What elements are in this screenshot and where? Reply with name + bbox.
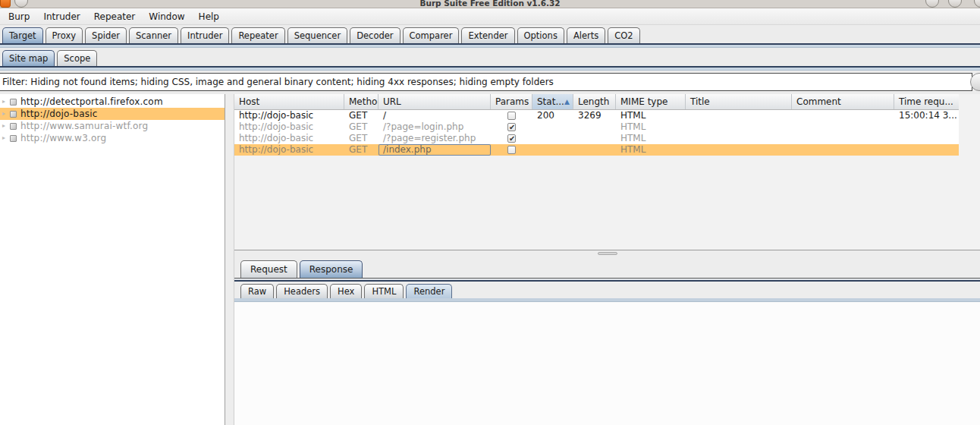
filter-banner[interactable]: Filter: Hiding not found items; hiding C… <box>0 73 972 91</box>
tab-alerts[interactable]: Alerts <box>567 27 605 43</box>
table-row-selected[interactable]: http://dojo-basic GET /index.php HTML <box>234 144 959 156</box>
message-tab-strip: Request Response <box>234 257 980 278</box>
tab-repeater[interactable]: Repeater <box>231 27 284 43</box>
tab-html[interactable]: HTML <box>364 284 404 298</box>
menu-intruder[interactable]: Intruder <box>36 8 86 25</box>
tab-site-map[interactable]: Site map <box>2 50 55 66</box>
col-header-url[interactable]: URL <box>378 94 491 109</box>
col-header-title[interactable]: Title <box>686 94 792 109</box>
site-node-icon <box>10 99 17 105</box>
params-checkbox[interactable] <box>507 134 516 143</box>
tab-co2[interactable]: CO2 <box>608 27 639 43</box>
tab-intruder[interactable]: Intruder <box>181 27 229 43</box>
tab-options[interactable]: Options <box>517 27 564 43</box>
site-node-icon <box>10 111 17 118</box>
site-map-tree: ▸ http://detectportal.firefox.com ▸ http… <box>0 94 225 425</box>
tab-hex[interactable]: Hex <box>330 284 362 298</box>
col-header-method[interactable]: Method <box>344 94 378 109</box>
site-node-icon <box>10 123 17 130</box>
site-node-icon <box>10 135 17 142</box>
params-checkbox[interactable] <box>507 146 516 154</box>
params-checkbox[interactable] <box>507 123 516 131</box>
tab-request[interactable]: Request <box>240 260 297 278</box>
col-header-comment[interactable]: Comment <box>792 94 894 109</box>
tab-comparer[interactable]: Comparer <box>403 27 460 43</box>
target-sub-tab-strip: Site map Scope <box>0 48 980 71</box>
tab-target[interactable]: Target <box>2 27 43 43</box>
params-checkbox[interactable] <box>507 112 516 120</box>
expand-arrow-icon[interactable]: ▸ <box>2 120 9 132</box>
viewer-tab-strip: Raw Headers Hex HTML Render <box>234 282 980 298</box>
menu-burp[interactable]: Burp <box>2 8 36 25</box>
vertical-splitter[interactable] <box>225 94 234 425</box>
table-row[interactable]: http://dojo-basic GET / 200 3269 HTML 15… <box>234 110 959 121</box>
tree-item-dojo-basic[interactable]: ▸ http://dojo-basic <box>0 108 225 120</box>
col-header-mime-type[interactable]: MIME type <box>616 94 686 109</box>
col-header-time-requested[interactable]: Time requ... <box>894 94 959 109</box>
expand-arrow-icon[interactable]: ▸ <box>2 108 9 120</box>
tab-render[interactable]: Render <box>406 284 452 298</box>
sort-ascending-icon: ▲ <box>564 94 570 109</box>
tree-item-samurai-wtf[interactable]: ▸ http://www.samurai-wtf.org <box>0 120 225 132</box>
tab-headers[interactable]: Headers <box>276 284 328 298</box>
filter-bar: Filter: Hiding not found items; hiding C… <box>0 71 980 94</box>
tree-item-detectportal[interactable]: ▸ http://detectportal.firefox.com <box>0 96 225 108</box>
table-row[interactable]: http://dojo-basic GET /?page=register.ph… <box>234 133 959 144</box>
tab-proxy[interactable]: Proxy <box>46 27 83 43</box>
request-table-panel: Host Method URL Params Stat... ▲ Length … <box>234 94 980 425</box>
tab-sequencer[interactable]: Sequencer <box>287 27 347 43</box>
menu-repeater[interactable]: Repeater <box>87 8 143 25</box>
window-titlebar: Burp Suite Free Edition v1.6.32 <box>0 0 980 8</box>
tab-decoder[interactable]: Decoder <box>350 27 400 43</box>
focused-url-cell[interactable]: /index.php <box>378 144 491 156</box>
splitter-grip[interactable] <box>598 252 617 255</box>
main-tab-strip: Target Proxy Spider Scanner Intruder Rep… <box>0 25 980 48</box>
expand-arrow-icon[interactable]: ▸ <box>2 132 9 144</box>
menu-bar: Burp Intruder Repeater Window Help <box>0 8 980 25</box>
site-map-content: ▸ http://detectportal.firefox.com ▸ http… <box>0 94 980 425</box>
tab-raw[interactable]: Raw <box>240 284 274 298</box>
table-row[interactable]: http://dojo-basic GET /?page=login.php H… <box>234 121 959 133</box>
tab-response[interactable]: Response <box>300 260 363 278</box>
col-header-host[interactable]: Host <box>234 94 344 109</box>
expand-arrow-icon[interactable]: ▸ <box>2 96 9 108</box>
col-header-length[interactable]: Length <box>573 94 616 109</box>
horizontal-splitter[interactable] <box>234 250 980 257</box>
window-title: Burp Suite Free Edition v1.6.32 <box>0 0 980 8</box>
render-view <box>234 302 980 425</box>
menu-window[interactable]: Window <box>142 8 191 25</box>
tree-item-w3[interactable]: ▸ http://www.w3.org <box>0 132 225 144</box>
col-header-params[interactable]: Params <box>491 94 532 109</box>
request-table-area: Host Method URL Params Stat... ▲ Length … <box>234 94 980 250</box>
table-header-row: Host Method URL Params Stat... ▲ Length … <box>234 94 959 110</box>
col-header-status[interactable]: Stat... ▲ <box>532 94 573 109</box>
menu-help[interactable]: Help <box>192 8 226 25</box>
tab-scope[interactable]: Scope <box>57 50 97 66</box>
tab-scanner[interactable]: Scanner <box>129 27 178 43</box>
tab-extender[interactable]: Extender <box>461 27 514 43</box>
tab-spider[interactable]: Spider <box>85 27 127 43</box>
